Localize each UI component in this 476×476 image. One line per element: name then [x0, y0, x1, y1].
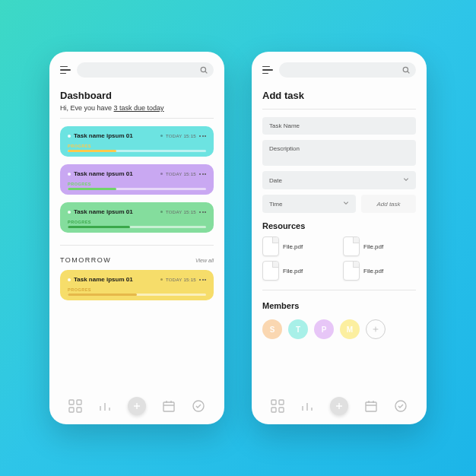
nav-add-button[interactable] — [330, 397, 348, 415]
svg-line-1 — [205, 71, 208, 74]
progress-label: PROGRES — [68, 144, 206, 148]
task-time: TODAY 15:15 — [166, 210, 196, 214]
task-card[interactable]: Task name ipsum 01 TODAY 15:15 PROGRES — [60, 126, 214, 157]
file-item[interactable]: File.pdf — [262, 236, 335, 256]
task-card[interactable]: Task name ipsum 01 TODAY 15:15 PROGRES — [60, 164, 214, 195]
divider — [262, 290, 416, 290]
svg-rect-5 — [77, 408, 81, 412]
file-label: File.pdf — [283, 268, 303, 274]
file-item[interactable]: File.pdf — [262, 261, 335, 281]
dashboard-screen: Dashboard Hi, Eve you have 3 task due to… — [49, 52, 224, 424]
bullet-icon — [68, 135, 71, 138]
task-card[interactable]: Task name ipsum 01 TODAY 15:15 PROGRES — [60, 270, 214, 300]
more-icon[interactable] — [199, 211, 206, 213]
description-field[interactable]: Description — [262, 140, 416, 166]
nav-calendar-icon[interactable] — [162, 399, 176, 413]
svg-rect-2 — [69, 400, 74, 405]
progress-bar — [68, 150, 206, 152]
nav-check-icon[interactable] — [192, 399, 205, 413]
member-avatar[interactable]: S — [262, 319, 282, 339]
divider — [60, 118, 214, 119]
svg-rect-3 — [77, 400, 81, 405]
progress-label: PROGRES — [68, 287, 206, 292]
bullet-icon — [68, 211, 71, 214]
progress-bar — [68, 188, 206, 190]
nav-stats-icon[interactable] — [98, 399, 112, 413]
nav-check-icon[interactable] — [394, 399, 408, 413]
bullet-icon — [68, 278, 71, 281]
svg-rect-11 — [163, 402, 174, 411]
chevron-down-icon — [343, 200, 349, 208]
svg-point-15 — [193, 401, 204, 411]
tomorrow-heading: TOMORROW — [60, 256, 111, 264]
progress-label: PROGRES — [68, 220, 206, 224]
view-all-link[interactable]: View all — [195, 258, 214, 263]
add-task-screen: Add task Task Name Description Date Time… — [252, 52, 427, 424]
add-task-button[interactable]: Add task — [361, 195, 416, 213]
file-label: File.pdf — [283, 243, 303, 250]
file-icon — [262, 236, 279, 256]
svg-point-33 — [395, 401, 406, 411]
task-time: TODAY 15:15 — [166, 278, 196, 282]
task-card[interactable]: Task name ipsum 01 TODAY 15:15 PROGRES — [60, 202, 214, 233]
file-item[interactable]: File.pdf — [343, 236, 416, 256]
more-icon[interactable] — [199, 173, 206, 175]
task-name: Task name ipsum 01 — [74, 276, 157, 283]
page-title: Dashboard — [60, 90, 214, 101]
task-time: TODAY 15:15 — [166, 134, 196, 138]
search-input[interactable] — [77, 62, 214, 78]
divider — [60, 245, 214, 246]
bullet-icon — [68, 173, 71, 176]
more-icon[interactable] — [199, 279, 206, 281]
task-name: Task name ipsum 01 — [74, 132, 157, 139]
svg-rect-29 — [366, 402, 376, 411]
file-item[interactable]: File.pdf — [343, 261, 416, 281]
members-heading: Members — [262, 301, 416, 310]
bottom-nav — [262, 389, 416, 424]
nav-stats-icon[interactable] — [300, 399, 314, 413]
search-icon — [200, 66, 208, 74]
add-member-button[interactable] — [366, 319, 386, 339]
file-icon — [262, 261, 279, 281]
nav-home-icon[interactable] — [68, 399, 82, 413]
svg-rect-21 — [279, 400, 284, 405]
task-name: Task name ipsum 01 — [74, 208, 157, 215]
task-name-field[interactable]: Task Name — [262, 117, 416, 135]
date-field[interactable]: Date — [262, 171, 416, 189]
svg-line-17 — [408, 71, 410, 74]
resources-heading: Resources — [262, 221, 416, 230]
svg-rect-22 — [271, 408, 276, 412]
file-icon — [343, 261, 360, 281]
file-label: File.pdf — [363, 243, 383, 250]
menu-icon[interactable] — [60, 66, 71, 75]
time-field[interactable]: Time — [262, 195, 356, 213]
more-icon[interactable] — [199, 135, 206, 137]
task-time: TODAY 15:15 — [166, 172, 196, 176]
member-avatar[interactable]: P — [314, 319, 334, 339]
member-avatar[interactable]: M — [340, 319, 360, 339]
file-icon — [343, 236, 360, 256]
nav-add-button[interactable] — [128, 397, 146, 415]
greeting-text: Hi, Eve you have 3 task due today — [60, 104, 214, 112]
svg-point-16 — [403, 67, 408, 71]
task-name: Task name ipsum 01 — [74, 170, 157, 177]
menu-icon[interactable] — [262, 66, 273, 75]
nav-home-icon[interactable] — [271, 399, 284, 413]
page-title: Add task — [262, 90, 416, 101]
divider — [262, 109, 416, 109]
svg-rect-23 — [279, 408, 284, 412]
file-label: File.pdf — [363, 268, 383, 274]
progress-bar — [68, 294, 206, 296]
member-avatar[interactable]: T — [288, 319, 308, 339]
search-input[interactable] — [279, 62, 416, 78]
progress-bar — [68, 226, 206, 228]
svg-point-0 — [201, 67, 205, 71]
bottom-nav — [60, 389, 214, 424]
top-bar — [60, 62, 214, 78]
search-icon — [402, 66, 410, 74]
chevron-down-icon — [403, 176, 409, 184]
progress-label: PROGRES — [68, 182, 206, 186]
top-bar — [262, 62, 416, 78]
svg-rect-4 — [69, 408, 74, 412]
nav-calendar-icon[interactable] — [364, 399, 378, 413]
